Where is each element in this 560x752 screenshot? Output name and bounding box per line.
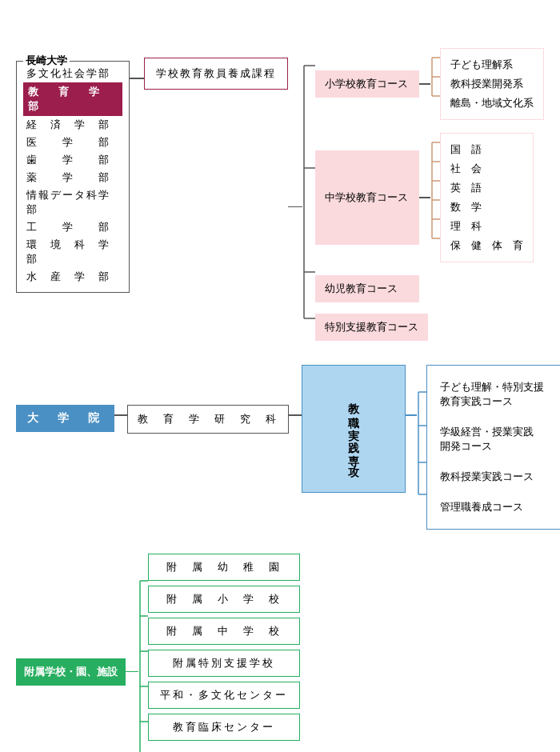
middle-course-box: 中学校教育コース xyxy=(315,150,419,245)
middle-row: 中学校教育コース 国 語 社 会 xyxy=(315,133,544,262)
faculty-box: 長崎大学 多文化社会学部 教 育 学 部 経 済 学 部 医 学 部 歯 学 部… xyxy=(16,61,130,293)
special-row: 特別支援教育コース xyxy=(315,314,544,341)
elementary-items: 子ども理解系 教科授業開発系 離島・地域文化系 xyxy=(450,52,534,116)
faculty-item: 薬 学 部 xyxy=(23,169,122,186)
mid-item-3: 英 語 xyxy=(450,178,523,198)
faculty-item: 工 学 部 xyxy=(23,218,122,236)
faculty-item: 歯 学 部 xyxy=(23,151,122,169)
faculty-item: 水 産 学 部 xyxy=(23,268,122,286)
fuzoku-item-1: 附 属 幼 稚 園 xyxy=(148,554,300,581)
middle-items-box: 国 語 社 会 英 語 数 学 理 科 保 健 体 育 xyxy=(440,133,534,262)
daigakuin-courses: 子ども理解・特別支援教育実践コース 学級経営・授業実践開発コース 教科授業実践コ… xyxy=(426,365,560,530)
fuzoku-item-2: 附 属 小 学 校 xyxy=(148,586,300,613)
daigakuin-course-2: 学級経営・授業実践開発コース xyxy=(440,420,560,458)
kyukai-box: 教 育 学 研 究 科 xyxy=(127,405,289,434)
mid-item-5: 理 科 xyxy=(450,217,523,236)
faculty-item: 環 境 科 学 部 xyxy=(23,236,122,268)
senkou-box: 教 職 実 践 専 攻 xyxy=(302,365,406,493)
fuzoku-item-4: 附属特別支援学校 xyxy=(148,650,300,677)
fuzoku-bracket xyxy=(138,565,148,752)
daigakuin-course-1: 子ども理解・特別支援教育実践コース xyxy=(440,375,560,414)
mid-bracket xyxy=(430,133,440,248)
elementary-row: 小学校教育コース 子ども理解系 教科授業開発系 xyxy=(315,48,544,120)
conn-daigakuin-1 xyxy=(114,414,127,416)
daigakuin-course-3: 教科授業実践コース xyxy=(440,465,560,489)
mid-item-4: 数 学 xyxy=(450,198,523,217)
university-title: 長崎大学 xyxy=(23,54,70,68)
faculty-item-highlight: 教 育 学 部 xyxy=(23,82,122,116)
fuzoku-item-5: 平和・多文化センター xyxy=(148,682,300,709)
senkou-label: 教 職 実 践 専 攻 xyxy=(346,394,361,462)
conn-daigakuin-3 xyxy=(406,414,417,416)
preschool-course-box: 幼児教育コース xyxy=(315,275,419,302)
elem-item-1: 子ども理解系 xyxy=(450,55,534,74)
conn-daigakuin-2 xyxy=(289,414,302,416)
fuzoku-label: 附属学校・園、施設 xyxy=(16,658,126,686)
fuzoku-items: 附 属 幼 稚 園 附 属 小 学 校 附 属 中 学 校 附属特別支援学校 平… xyxy=(148,554,300,741)
bracket-svg xyxy=(302,48,315,336)
mid-item-1: 国 語 xyxy=(450,140,523,159)
fuzoku-item-6: 教育臨床センター xyxy=(148,714,300,741)
elementary-course-box: 小学校教育コース xyxy=(315,70,419,98)
special-course-box: 特別支援教育コース xyxy=(315,314,428,341)
connector-mid xyxy=(419,197,430,198)
course-box: 学校教育教員養成課程 xyxy=(144,58,288,90)
section-daigakuin: 大 学 院 教 育 学 研 究 科 教 職 実 践 専 攻 子ども理解・特別支援… xyxy=(16,365,544,530)
section-nagasaki: 長崎大学 多文化社会学部 教 育 学 部 経 済 学 部 医 学 部 歯 学 部… xyxy=(16,40,544,341)
mid-item-2: 社 会 xyxy=(450,159,523,178)
connector-h1 xyxy=(130,78,144,79)
conn-fuzoku xyxy=(126,671,138,673)
faculty-item: 経 済 学 部 xyxy=(23,116,122,134)
connector-elem xyxy=(419,83,430,85)
faculty-item: 医 学 部 xyxy=(23,134,122,151)
elem-item-2: 教科授業開発系 xyxy=(450,74,534,94)
elementary-items-box: 子ども理解系 教科授業開発系 離島・地域文化系 xyxy=(440,48,544,120)
daigakuin-bracket xyxy=(417,376,426,504)
section-fuzoku: 附属学校・園、施設 附 属 幼 稚 園 附 属 小 学 校 附 属 中 学 校 … xyxy=(16,554,544,752)
mid-item-6: 保 健 体 育 xyxy=(450,236,523,255)
daigakuin-course-4: 管理職養成コース xyxy=(440,495,560,519)
middle-items: 国 語 社 会 英 語 数 学 理 科 保 健 体 育 xyxy=(450,137,523,258)
faculty-list: 多文化社会学部 教 育 学 部 経 済 学 部 医 学 部 歯 学 部 薬 学 … xyxy=(23,65,122,286)
elem-item-3: 離島・地域文化系 xyxy=(450,94,534,113)
faculty-item: 情報データ科学部 xyxy=(23,186,122,218)
preschool-row: 幼児教育コース xyxy=(315,275,544,302)
daigakuin-label: 大 学 院 xyxy=(16,405,114,432)
elem-bracket xyxy=(430,48,440,106)
connector-h2 xyxy=(288,206,302,208)
fuzoku-item-3: 附 属 中 学 校 xyxy=(148,618,300,645)
